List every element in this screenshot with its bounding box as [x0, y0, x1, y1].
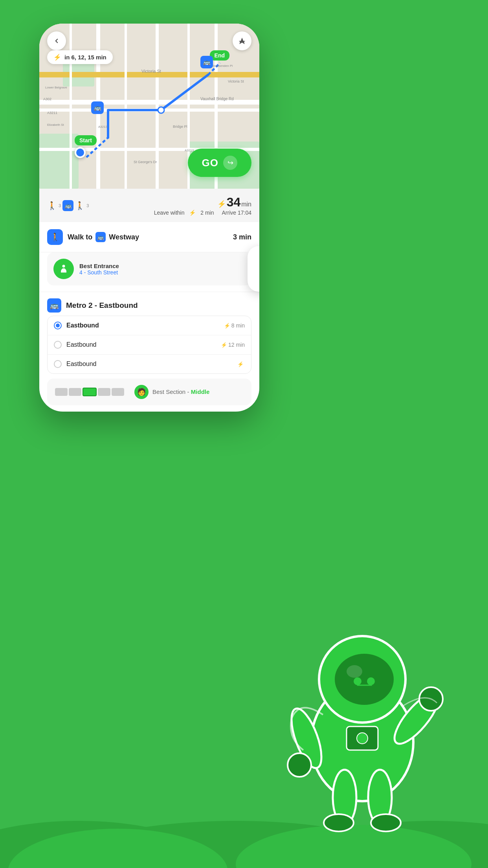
- entrance-title: Best Entrance: [79, 263, 119, 269]
- svg-point-33: [158, 107, 164, 113]
- route-icons: 🚶 3 🚌 🚶 3: [47, 200, 89, 211]
- total-time-unit: min: [241, 201, 251, 208]
- radio-1[interactable]: [54, 322, 62, 329]
- svg-text:Bressenden Pl: Bressenden Pl: [212, 64, 233, 68]
- svg-point-41: [367, 677, 375, 685]
- start-marker: Start: [75, 135, 97, 158]
- next-bus-bubble: ⚡ in 6, 12, 15 min: [47, 50, 113, 64]
- dep-time-3: ⚡: [237, 361, 245, 367]
- walk-icon-right: 🚶: [75, 201, 85, 210]
- walk-title: Walk to 🚌 Westway: [68, 232, 139, 242]
- entrance-person-icon: [58, 263, 69, 274]
- train-car-5: [112, 388, 124, 396]
- start-dot: [75, 147, 86, 158]
- transit-icon-bar: 🚌: [62, 200, 73, 211]
- entrance-info: Best Entrance 4 - South Street: [79, 263, 119, 276]
- best-section-value: Middle: [191, 388, 210, 395]
- entrance-card: Best Entrance 4 - South Street: [47, 252, 251, 285]
- walk-left: 🚶 Walk to 🚌 Westway: [47, 229, 139, 245]
- metro-icon: 🚌: [47, 298, 61, 313]
- train-car-4: [98, 388, 110, 396]
- svg-text:A302: A302: [43, 97, 51, 101]
- best-section-info: 🧑 Best Section - Middle: [134, 385, 209, 399]
- train-cars: [55, 388, 124, 396]
- train-car-2: [69, 388, 81, 396]
- dep-time-1: ⚡ 8 min: [224, 322, 245, 329]
- departure-option-1[interactable]: Eastbound ⚡ 8 min: [48, 316, 251, 335]
- walk-num-left: 3: [59, 203, 61, 208]
- entrance-wrapper: Best Entrance 4 - South Street in 6: [39, 252, 259, 285]
- next-bus-label: in 6, 12, 15 min: [64, 54, 106, 61]
- bolt-total: ⚡: [217, 200, 226, 208]
- transit-icon-mid: 🚌: [91, 101, 104, 114]
- svg-point-48: [324, 814, 354, 831]
- walk-duration: 3 min: [233, 233, 251, 241]
- astronaut-character: [260, 593, 464, 837]
- walk-num-right: 3: [86, 203, 89, 208]
- svg-text:Bridge Pl: Bridge Pl: [173, 125, 187, 129]
- entrance-subtitle: 4 - South Street: [79, 269, 119, 276]
- svg-rect-6: [39, 134, 79, 189]
- radio-2[interactable]: [54, 341, 62, 349]
- train-diagram: [55, 388, 124, 396]
- svg-text:St George's Dr: St George's Dr: [134, 160, 157, 164]
- person-green-icon: 🧑: [134, 385, 149, 399]
- total-time-num: 34: [227, 195, 241, 210]
- svg-text:Lower Belgrave: Lower Belgrave: [45, 86, 67, 89]
- start-label: Start: [75, 135, 97, 145]
- back-button[interactable]: [47, 31, 66, 50]
- departure-option-3[interactable]: Eastbound ⚡: [48, 355, 251, 373]
- best-section-text: Best Section - Middle: [152, 388, 209, 395]
- svg-text:Elizabeth St: Elizabeth St: [47, 123, 64, 127]
- dep-name-2: Eastbound: [66, 341, 97, 348]
- station-icon: 🚌: [95, 232, 106, 242]
- metro-title: Metro 2 - Eastbound: [66, 301, 138, 310]
- route-time-right: ⚡ 34 min Leave within ⚡ 2 min Arrive 17:…: [154, 195, 251, 216]
- go-button[interactable]: GO ↪: [188, 149, 251, 177]
- transit-icon-top: 🚌: [200, 56, 213, 68]
- dep-time-2: ⚡ 12 min: [221, 342, 245, 348]
- svg-point-34: [62, 265, 65, 268]
- bolt-dep1: ⚡: [224, 323, 230, 329]
- route-summary-bar: 🚶 3 🚌 🚶 3 ⚡ 34 min Leave within ⚡ 2 min …: [39, 189, 259, 222]
- svg-text:Victoria St: Victoria St: [228, 79, 244, 83]
- svg-point-39: [347, 665, 362, 678]
- departure-options: Eastbound ⚡ 8 min Eastbound ⚡ 12 min: [47, 316, 251, 374]
- leave-arrive: Leave within ⚡ 2 min Arrive 17:04: [154, 210, 251, 216]
- svg-point-51: [357, 733, 368, 744]
- dep-time-val-1: 8 min: [231, 322, 245, 329]
- dep-name-1: Eastbound: [66, 322, 99, 329]
- leave-text: Leave within ⚡ 2 min: [154, 210, 214, 216]
- dep-left-3: Eastbound: [54, 360, 97, 368]
- dep-left-1: Eastbound: [54, 322, 99, 329]
- svg-text:Vauxhall Bridge Rd: Vauxhall Bridge Rd: [200, 97, 234, 101]
- go-arrow-icon: ↪: [223, 156, 237, 170]
- walk-icon-left: 🚶: [47, 201, 57, 210]
- radio-3[interactable]: [54, 360, 62, 368]
- train-car-middle: [83, 388, 97, 396]
- dep-time-val-2: 12 min: [228, 342, 245, 348]
- walk-section: 🚶 Walk to 🚌 Westway 3 min: [39, 222, 259, 252]
- walk-icon-box: 🚶: [47, 229, 63, 245]
- location-button[interactable]: [233, 31, 251, 50]
- svg-point-44: [288, 753, 311, 777]
- best-section-label: Best Section -: [152, 388, 189, 395]
- best-section-card: 🧑 Best Section - Middle: [47, 379, 251, 405]
- phone-frame: Victoria St Vauxhall Bridge Rd A302 St G…: [39, 24, 259, 412]
- map-area: Victoria St Vauxhall Bridge Rd A302 St G…: [39, 24, 259, 189]
- location-icon: [238, 37, 246, 45]
- dep-name-3: Eastbound: [66, 360, 97, 368]
- metro-section: 🚌 Metro 2 - Eastbound: [39, 292, 259, 316]
- svg-point-40: [354, 677, 361, 685]
- bolt-dep3: ⚡: [237, 361, 244, 367]
- bolt-icon: ⚡: [53, 53, 61, 61]
- svg-point-49: [371, 814, 401, 831]
- svg-rect-35: [62, 268, 65, 270]
- departure-option-2[interactable]: Eastbound ⚡ 12 min: [48, 335, 251, 355]
- bolt-dep2: ⚡: [221, 342, 227, 348]
- entrance-avatar: [53, 259, 74, 279]
- station-name: Westway: [109, 233, 139, 241]
- svg-point-38: [335, 654, 394, 705]
- walk-action: Walk to: [68, 233, 92, 241]
- svg-text:A3213: A3213: [98, 125, 108, 129]
